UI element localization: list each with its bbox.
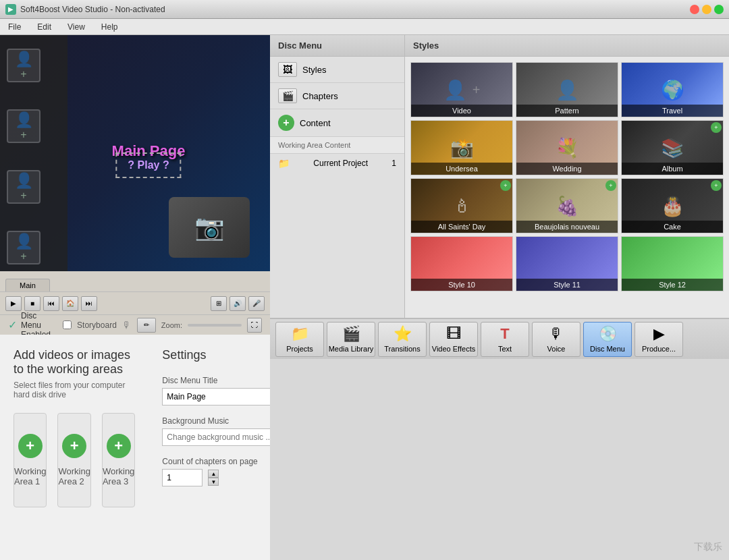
home-button[interactable]: 🏠 <box>62 296 78 311</box>
person-icon-3: 👤 + <box>7 170 40 204</box>
timeline-area: Main <box>0 271 270 291</box>
style-more3[interactable]: Style 12 <box>621 236 724 291</box>
transitions-icon: ⭐ <box>394 325 412 343</box>
menu-help[interactable]: Help <box>99 21 121 33</box>
style-video-label: Video <box>411 105 512 117</box>
fullscreen-btn[interactable]: ⛶ <box>247 318 262 333</box>
person-icon-4: 👤 + <box>7 231 40 264</box>
skip-forward-button[interactable]: ⏭ <box>81 296 97 311</box>
menu-view[interactable]: View <box>65 21 88 33</box>
projects-icon: 📁 <box>291 325 309 343</box>
chapters-increment[interactable]: ▲ <box>208 470 219 478</box>
menu-bar: File Edit View Help <box>0 19 729 35</box>
disc-menu-left: Disc Menu 🖼 Styles 🎬 Chapters + Content … <box>270 35 405 318</box>
storyboard-checkbox[interactable] <box>63 320 72 329</box>
title-bar-left: ▶ Soft4Boost Video Studio - Non-activate… <box>5 4 165 15</box>
style-more1[interactable]: Style 10 <box>410 236 513 291</box>
bottom-half: Add videos or images to the working area… <box>0 335 270 560</box>
style-saints[interactable]: 🕯 + All Saints' Day <box>410 178 513 233</box>
styles-label: Styles <box>302 65 326 75</box>
projects-label: Projects <box>286 345 313 353</box>
style-undersea[interactable]: 📸 Undersea <box>410 120 513 175</box>
person-icon-1: 👤 + <box>7 49 40 82</box>
style-saints-badge: + <box>500 180 511 191</box>
content-button[interactable]: + Content <box>270 109 404 137</box>
play-text: ? Play ? <box>128 159 169 171</box>
toolbar-projects[interactable]: 📁 Projects <box>275 322 324 357</box>
left-panel: 👤 + 👤 + 👤 + 👤 + <box>0 35 270 560</box>
working-section: Add videos or images to the working area… <box>0 335 148 560</box>
disc-menu-area: Disc Menu 🖼 Styles 🎬 Chapters + Content … <box>270 35 729 318</box>
mic-storyboard-icon: 🎙 <box>122 320 132 331</box>
storyboard-right: Storyboard 🎙 ✏ Zoom: ⛶ <box>63 318 262 333</box>
maximize-btn[interactable] <box>714 5 724 14</box>
working-heading: Add videos or images to the working area… <box>14 348 135 376</box>
style-more2[interactable]: Style 11 <box>516 236 618 291</box>
menu-file[interactable]: File <box>5 21 24 33</box>
working-area-1[interactable]: + Working Area 1 <box>14 413 47 507</box>
minimize-btn[interactable] <box>702 5 711 14</box>
add-circle-2: + <box>62 434 86 458</box>
camera-image: 📷 <box>169 197 250 258</box>
skip-back-button[interactable]: ⏮ <box>43 296 59 311</box>
close-btn[interactable] <box>690 5 699 14</box>
style-cake-label: Cake <box>622 221 723 233</box>
toolbar-transitions[interactable]: ⭐ Transitions <box>378 322 427 357</box>
style-wedding-label: Wedding <box>516 163 618 175</box>
timeline-tab[interactable]: Main <box>5 279 50 291</box>
working-area-label-3: Working Area 3 <box>103 466 134 486</box>
style-wedding[interactable]: 💐 Wedding <box>516 120 618 175</box>
toolbar-disc-menu[interactable]: 💿 Disc Menu <box>583 322 632 357</box>
produce-icon: ▶ <box>653 325 665 343</box>
style-beaujolais[interactable]: 🍇 + Beaujolais nouveau <box>516 178 618 233</box>
window-controls <box>690 5 724 14</box>
working-area-label-2: Working Area 2 <box>58 466 90 486</box>
play-button-overlay[interactable]: ? Play ? <box>115 152 181 178</box>
style-album-badge: + <box>711 122 722 133</box>
produce-label: Produce... <box>642 345 676 353</box>
disc-menu-header: Disc Menu <box>270 35 404 57</box>
person-icon-2: 👤 + <box>7 109 40 143</box>
text-icon: T <box>500 325 509 343</box>
volume-button[interactable]: 🔊 <box>230 296 246 311</box>
style-album[interactable]: 📚 + Album <box>621 120 724 175</box>
toolbar-media-library[interactable]: 🎬 Media Library <box>327 322 375 357</box>
project-icon: 📁 <box>278 158 290 169</box>
video-effects-label: Video Effects <box>432 345 475 353</box>
style-pattern[interactable]: 👤 Pattern <box>516 62 618 117</box>
toolbar-text[interactable]: T Text <box>481 322 529 357</box>
working-area-2[interactable]: + Working Area 2 <box>57 413 90 507</box>
toolbar-voice[interactable]: 🎙 Voice <box>532 322 580 357</box>
style-cake[interactable]: 🎂 + Cake <box>621 178 724 233</box>
play-button[interactable]: ▶ <box>5 296 22 311</box>
media-library-label: Media Library <box>329 345 374 353</box>
add-circle-1: + <box>18 434 43 458</box>
stop-button[interactable]: ■ <box>24 296 40 311</box>
chapters-input[interactable] <box>162 469 202 486</box>
transitions-label: Transitions <box>384 345 420 353</box>
mic-button[interactable]: 🎤 <box>248 296 265 311</box>
working-area-3[interactable]: + Working Area 3 <box>102 413 135 507</box>
styles-icon: 🖼 <box>278 62 297 77</box>
styles-button[interactable]: 🖼 Styles <box>270 57 404 83</box>
disc-menu-icon: ✓ <box>8 318 17 331</box>
menu-edit[interactable]: Edit <box>34 21 54 33</box>
style-more2-label: Style 11 <box>516 279 618 291</box>
chapters-decrement[interactable]: ▼ <box>208 478 219 486</box>
zoom-slider[interactable] <box>188 324 242 327</box>
working-subheading: Select files from your computer hard dis… <box>14 381 135 399</box>
style-saints-label: All Saints' Day <box>411 221 512 233</box>
style-undersea-label: Undersea <box>411 163 512 175</box>
style-beaujolais-badge: + <box>605 180 616 191</box>
toolbar-video-effects[interactable]: 🎞 Video Effects <box>429 322 478 357</box>
toolbar-produce[interactable]: ▶ Produce... <box>634 322 683 357</box>
chapters-button[interactable]: 🎬 Chapters <box>270 83 404 109</box>
styles-grid-container[interactable]: 👤 + Video 👤 Pattern <box>405 57 729 313</box>
disc-menu-toolbar-icon: 💿 <box>599 325 617 343</box>
view-toggle-button[interactable]: ⊞ <box>211 296 227 311</box>
styles-grid: 👤 + Video 👤 Pattern <box>408 59 726 294</box>
style-video[interactable]: 👤 + Video <box>410 62 513 117</box>
working-header: Add videos or images to the working area… <box>14 348 135 399</box>
edit-storyboard-btn[interactable]: ✏ <box>137 318 156 333</box>
style-travel[interactable]: 🌍 Travel <box>621 62 724 117</box>
